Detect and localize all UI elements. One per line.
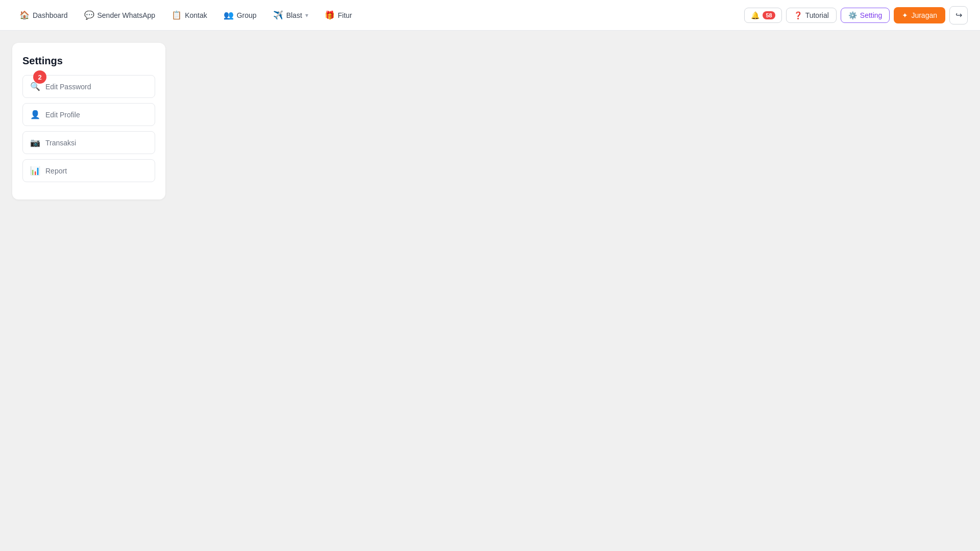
tutorial-button[interactable]: ❓ Tutorial: [786, 8, 837, 23]
edit-password-badge: 2: [33, 70, 46, 84]
star-icon: ✦: [902, 11, 908, 19]
nav-item-group[interactable]: 👥 Group: [216, 6, 264, 24]
nav-item-dashboard[interactable]: 🏠 Dashboard: [12, 6, 75, 24]
navbar: 🏠 Dashboard 💬 Sender WhatsApp 📋 Kontak 👥…: [0, 0, 980, 31]
fitur-icon: 🎁: [325, 10, 335, 20]
nav-label-kontak: Kontak: [185, 11, 207, 19]
bell-icon: 🔔: [751, 11, 760, 19]
blast-icon: ✈️: [273, 10, 283, 20]
help-icon: ❓: [794, 11, 802, 19]
menu-label-edit-profile: Edit Profile: [45, 111, 80, 119]
user-icon: 👤: [30, 110, 40, 119]
notification-button[interactable]: 🔔 58: [744, 8, 781, 23]
chart-icon: 📊: [30, 166, 40, 176]
nav-item-fitur[interactable]: 🎁 Fitur: [317, 6, 359, 24]
menu-item-report[interactable]: 📊 Report: [22, 159, 155, 182]
settings-card: Settings 2 🔍 Edit Password 👤 Edit Profil…: [12, 43, 165, 199]
nav-item-sender-whatsapp[interactable]: 💬 Sender WhatsApp: [77, 6, 163, 24]
menu-item-edit-profile[interactable]: 👤 Edit Profile: [22, 103, 155, 126]
kontak-icon: 📋: [172, 10, 182, 20]
camera-icon: 📷: [30, 138, 40, 147]
menu-label-transaksi: Transaksi: [45, 139, 76, 147]
home-icon: 🏠: [19, 10, 30, 20]
menu-label-report: Report: [45, 167, 67, 175]
menu-label-edit-password: Edit Password: [45, 83, 91, 91]
main-content: Settings 2 🔍 Edit Password 👤 Edit Profil…: [0, 31, 980, 551]
nav-item-kontak[interactable]: 📋 Kontak: [164, 6, 214, 24]
logout-button[interactable]: ↪: [949, 6, 968, 24]
menu-item-transaksi[interactable]: 📷 Transaksi: [22, 131, 155, 154]
juragan-button[interactable]: ✦ Juragan: [894, 7, 945, 23]
nav-label-dashboard: Dashboard: [33, 11, 68, 19]
logout-icon: ↪: [955, 10, 962, 20]
nav-label-fitur: Fitur: [338, 11, 352, 19]
nav-label-group: Group: [237, 11, 257, 19]
settings-title: Settings: [22, 55, 155, 67]
nav-right: 🔔 58 ❓ Tutorial ⚙️ Setting ✦ Juragan ↪: [744, 6, 968, 24]
nav-label-blast: Blast: [286, 11, 302, 19]
group-icon: 👥: [224, 10, 234, 20]
juragan-label: Juragan: [911, 11, 937, 19]
nav-left: 🏠 Dashboard 💬 Sender WhatsApp 📋 Kontak 👥…: [12, 6, 740, 24]
setting-label: Setting: [860, 11, 883, 19]
chevron-down-icon: ▾: [305, 12, 308, 19]
whatsapp-icon: 💬: [84, 10, 94, 20]
gear-icon: ⚙️: [848, 11, 857, 19]
notification-badge: 58: [763, 11, 775, 19]
tutorial-label: Tutorial: [805, 11, 829, 19]
menu-item-edit-password[interactable]: 2 🔍 Edit Password: [22, 75, 155, 98]
setting-button[interactable]: ⚙️ Setting: [841, 8, 890, 23]
nav-label-sender-whatsapp: Sender WhatsApp: [97, 11, 156, 19]
nav-item-blast[interactable]: ✈️ Blast ▾: [266, 6, 315, 24]
